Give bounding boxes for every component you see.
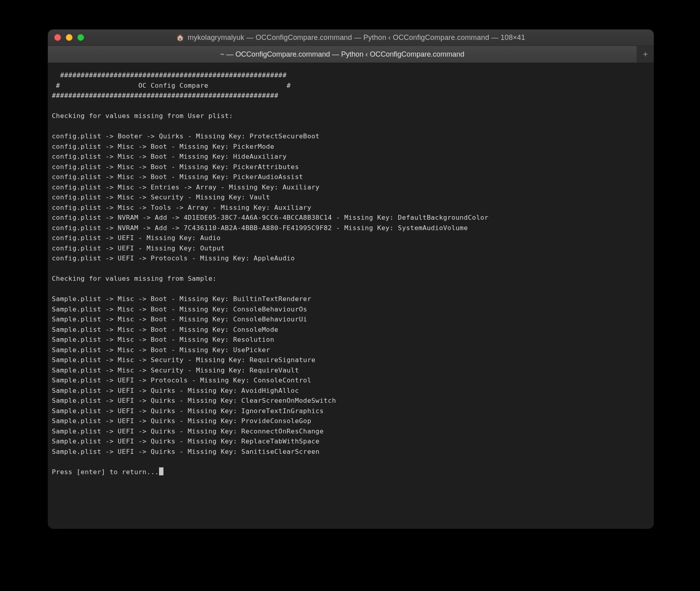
terminal-window: 🏠 mykolagrymalyuk — OCConfigCompare.comm…: [48, 30, 654, 529]
home-icon: 🏠: [176, 34, 184, 41]
minimize-button[interactable]: [66, 34, 73, 41]
window-title: 🏠 mykolagrymalyuk — OCConfigCompare.comm…: [176, 33, 525, 42]
traffic-lights: [54, 34, 84, 41]
plus-icon: [642, 51, 649, 58]
zoom-button[interactable]: [77, 34, 84, 41]
tab-title: ~ — OCConfigCompare.command — Python ‹ O…: [220, 50, 464, 59]
tab-bar: ~ — OCConfigCompare.command — Python ‹ O…: [48, 46, 654, 63]
terminal-output[interactable]: ########################################…: [48, 63, 654, 529]
close-button[interactable]: [54, 34, 61, 41]
cursor: [159, 467, 163, 475]
prompt-text: Press [enter] to return...: [52, 468, 159, 476]
tab-active[interactable]: ~ — OCConfigCompare.command — Python ‹ O…: [48, 46, 637, 63]
window-title-text: mykolagrymalyuk — OCConfigCompare.comman…: [188, 33, 525, 42]
new-tab-button[interactable]: [637, 46, 654, 63]
titlebar: 🏠 mykolagrymalyuk — OCConfigCompare.comm…: [48, 30, 654, 46]
